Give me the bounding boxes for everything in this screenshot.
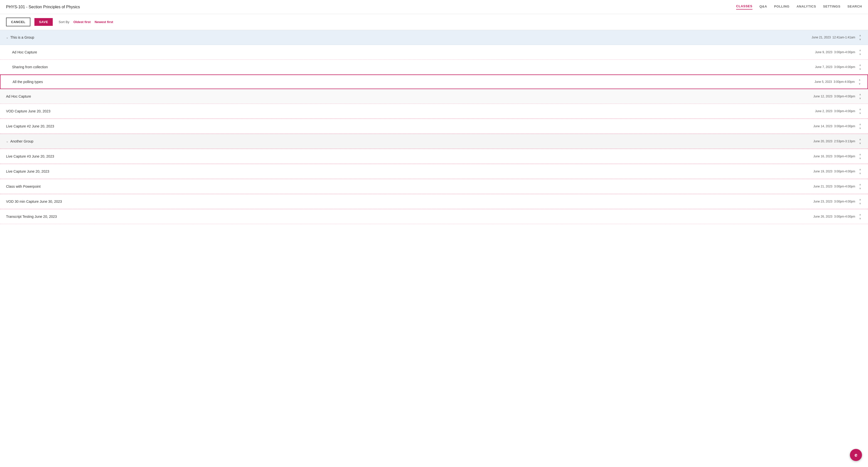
sort-oldest-first[interactable]: Oldest first — [73, 20, 91, 24]
move-down-button[interactable]: ∨ — [858, 171, 862, 175]
move-down-button[interactable]: ∨ — [858, 67, 862, 71]
move-up-button[interactable]: ∧ — [858, 107, 862, 111]
move-down-button[interactable]: ∨ — [858, 111, 862, 115]
move-down-button[interactable]: ∨ — [858, 156, 862, 160]
move-up-button[interactable]: ∧ — [858, 48, 862, 52]
arrow-controls: ∧ ∨ — [858, 78, 862, 86]
arrow-controls: ∧ ∨ — [858, 198, 862, 205]
arrow-controls: ∧ ∨ — [858, 168, 862, 175]
arrow-controls: ∧ ∨ — [858, 48, 862, 56]
class-name: VOD 30 min Capture June 30, 2023 — [6, 200, 62, 203]
arrow-controls: ∧ ∨ — [858, 93, 862, 100]
collapse-icon[interactable]: ⌄ — [6, 36, 8, 39]
arrow-controls: ∧ ∨ — [858, 63, 862, 71]
row-right: June 21, 2023 12:41am-1:41am ∧ ∨ — [812, 34, 862, 41]
class-name: All the polling types — [12, 80, 43, 84]
group-row-left: ⌄ Another Group — [6, 139, 33, 143]
row-right: June 26, 2023 3:00pm-4:00pm ∧ ∨ — [813, 213, 862, 220]
save-button[interactable]: SAVE — [34, 18, 53, 26]
row-right: June 21, 2023 3:00pm-4:00pm ∧ ∨ — [813, 183, 862, 190]
class-name: Sharing from collection — [12, 65, 48, 69]
arrow-controls: ∧ ∨ — [858, 213, 862, 220]
arrow-controls: ∧ ∨ — [858, 137, 862, 145]
group-date: June 21, 2023 12:41am-1:41am — [812, 36, 855, 39]
class-date: June 12, 2023 3:00pm-4:00pm — [813, 95, 855, 98]
class-row-vod-30min: VOD 30 min Capture June 30, 2023 June 23… — [0, 194, 868, 209]
class-name: VOD Capture June 20, 2023 — [6, 109, 51, 113]
move-up-button[interactable]: ∧ — [858, 168, 862, 171]
arrow-controls: ∧ ∨ — [858, 107, 862, 115]
move-down-button[interactable]: ∨ — [858, 82, 862, 86]
sort-newest-first[interactable]: Newest first — [95, 20, 113, 24]
class-row-class-with-powerpoint: Class with Powerpoint June 21, 2023 3:00… — [0, 179, 868, 194]
arrow-controls: ∧ ∨ — [858, 123, 862, 130]
move-down-button[interactable]: ∨ — [858, 187, 862, 190]
row-right: June 20, 2023 2:53pm-3:13pm ∧ ∨ — [813, 137, 862, 145]
move-up-button[interactable]: ∧ — [858, 63, 862, 67]
class-name: Live Capture #3 June 20, 2023 — [6, 154, 54, 158]
move-up-button[interactable]: ∧ — [858, 183, 862, 187]
move-up-button[interactable]: ∧ — [858, 123, 862, 126]
class-name: Class with Powerpoint — [6, 185, 41, 189]
move-down-button[interactable]: ∨ — [858, 37, 862, 41]
class-name: Ad Hoc Capture — [12, 50, 37, 54]
class-row-live-capture: Live Capture June 20, 2023 June 19, 2023… — [0, 164, 868, 179]
tab-search[interactable]: SEARCH — [847, 4, 862, 9]
class-row-live-capture-2: Live Capture #2 June 20, 2023 June 14, 2… — [0, 119, 868, 134]
row-right: June 19, 2023 3:00pm-4:00pm ∧ ∨ — [813, 168, 862, 175]
move-down-button[interactable]: ∨ — [858, 201, 862, 205]
move-up-button[interactable]: ∧ — [858, 213, 862, 216]
arrow-controls: ∧ ∨ — [858, 34, 862, 41]
move-up-button[interactable]: ∧ — [858, 78, 862, 82]
class-date: June 7, 2023 3:00pm-4:00pm — [815, 65, 855, 69]
sort-by-label: Sort By — [59, 20, 69, 24]
class-date: June 9, 2023 3:00pm-4:00pm — [815, 51, 855, 54]
row-right: June 7, 2023 3:00pm-4:00pm ∧ ∨ — [815, 63, 862, 71]
collapse-icon[interactable]: ⌄ — [6, 140, 8, 143]
move-up-button[interactable]: ∧ — [858, 34, 862, 37]
row-right: June 12, 2023 3:00pm-4:00pm ∧ ∨ — [813, 93, 862, 100]
move-down-button[interactable]: ∨ — [858, 126, 862, 130]
arrow-controls: ∧ ∨ — [858, 183, 862, 190]
tab-qa[interactable]: Q&A — [760, 4, 767, 9]
class-date: June 14, 2023 3:00pm-4:00pm — [813, 125, 855, 128]
move-down-button[interactable]: ∨ — [858, 141, 862, 145]
class-name: Ad Hoc Capture — [6, 94, 31, 98]
group-row-this-is-a-group: ⌄ This is a Group June 21, 2023 12:41am-… — [0, 30, 868, 45]
row-right: June 2, 2023 3:00pm-4:00pm ∧ ∨ — [815, 107, 862, 115]
class-date: June 23, 2023 3:00pm-4:00pm — [813, 200, 855, 203]
move-up-button[interactable]: ∧ — [858, 137, 862, 141]
class-name: Live Capture June 20, 2023 — [6, 169, 49, 173]
class-name: Transcript Testing June 20, 2023 — [6, 214, 57, 219]
move-down-button[interactable]: ∨ — [858, 96, 862, 100]
move-down-button[interactable]: ∨ — [858, 216, 862, 220]
class-name: Live Capture #2 June 20, 2023 — [6, 124, 54, 128]
page-title: PHYS-101 - Section Principles of Physics — [6, 5, 80, 9]
row-right: June 14, 2023 3:00pm-4:00pm ∧ ∨ — [813, 123, 862, 130]
class-row-transcript-testing: Transcript Testing June 20, 2023 June 26… — [0, 209, 868, 224]
class-row-sharing-from-collection: Sharing from collection June 7, 2023 3:0… — [0, 60, 868, 74]
class-date: June 21, 2023 3:00pm-4:00pm — [813, 185, 855, 188]
class-row-live-capture-3: Live Capture #3 June 20, 2023 June 16, 2… — [0, 149, 868, 164]
class-date: June 5, 2023 3:00pm-4:00pm — [814, 80, 855, 84]
class-date: June 16, 2023 3:00pm-4:00pm — [813, 155, 855, 158]
class-row-vod-capture: VOD Capture June 20, 2023 June 2, 2023 3… — [0, 104, 868, 119]
group-row-another-group: ⌄ Another Group June 20, 2023 2:53pm-3:1… — [0, 134, 868, 149]
move-up-button[interactable]: ∧ — [858, 198, 862, 201]
top-nav: PHYS-101 - Section Principles of Physics… — [0, 0, 868, 14]
move-up-button[interactable]: ∧ — [858, 153, 862, 156]
tab-polling[interactable]: POLLING — [774, 4, 789, 9]
cancel-button[interactable]: CANCEL — [6, 18, 30, 26]
class-date: June 2, 2023 3:00pm-4:00pm — [815, 109, 855, 113]
tab-settings[interactable]: SETTINGS — [823, 4, 840, 9]
arrow-controls: ∧ ∨ — [858, 153, 862, 160]
move-down-button[interactable]: ∨ — [858, 52, 862, 56]
tab-classes[interactable]: CLASSES — [736, 4, 752, 9]
class-date: June 26, 2023 3:00pm-4:00pm — [813, 215, 855, 218]
row-right: June 23, 2023 3:00pm-4:00pm ∧ ∨ — [813, 198, 862, 205]
row-right: June 9, 2023 3:00pm-4:00pm ∧ ∨ — [815, 48, 862, 56]
move-up-button[interactable]: ∧ — [858, 93, 862, 96]
group-row-left: ⌄ This is a Group — [6, 35, 34, 39]
toolbar: CANCEL SAVE Sort By Oldest first Newest … — [0, 14, 868, 30]
tab-analytics[interactable]: ANALYTICS — [797, 4, 816, 9]
